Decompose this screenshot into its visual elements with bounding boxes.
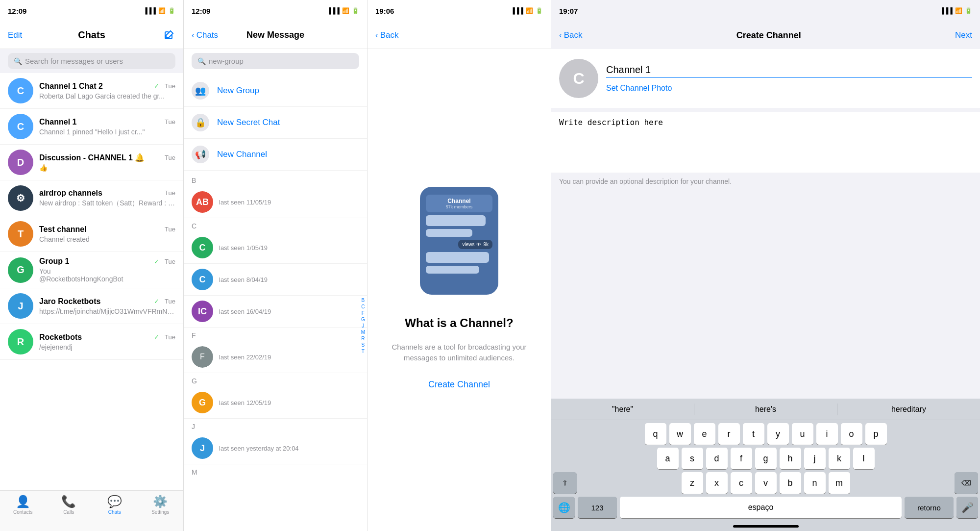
settings-label: Settings: [151, 509, 169, 515]
key-a[interactable]: a: [657, 448, 679, 469]
chat-time-c8: Tue: [165, 333, 175, 341]
shift-key[interactable]: ⇧: [553, 472, 577, 494]
chat-item-c5[interactable]: TTest channelTueChannel created: [0, 216, 183, 252]
key-d[interactable]: d: [706, 448, 728, 469]
alpha-j[interactable]: J: [361, 323, 365, 328]
contact-c1[interactable]: C last seen 1/05/19: [184, 232, 367, 264]
key-p[interactable]: p: [865, 423, 887, 445]
search-bar-chats[interactable]: 🔍 Search for messages or users: [0, 49, 183, 73]
phone-stats: views 👁 9k: [458, 240, 492, 249]
back-chevron-icon: ‹: [192, 30, 195, 40]
alpha-m[interactable]: M: [361, 329, 365, 334]
channel-name-input[interactable]: [606, 64, 972, 78]
back-button-channel[interactable]: ‹ Back: [375, 30, 398, 40]
chat-item-c3[interactable]: DDiscussion - CHANNEL 1 🔔Tue👍: [0, 145, 183, 180]
chat-item-c2[interactable]: CChannel 1TueChannel 1 pinned "Hello I j…: [0, 109, 183, 145]
suggestion-hereditary[interactable]: hereditary: [837, 405, 980, 414]
search-bar-new-message[interactable]: 🔍 new-group: [184, 49, 367, 73]
set-channel-photo-link[interactable]: Set Channel Photo: [606, 84, 972, 93]
key-z[interactable]: z: [682, 472, 703, 494]
calls-icon: 📞: [61, 495, 76, 508]
key-f[interactable]: f: [731, 448, 752, 469]
alpha-s[interactable]: S: [361, 342, 365, 347]
channel-icon: 📢: [195, 149, 206, 160]
contact-ab[interactable]: AB last seen 11/05/19: [184, 186, 367, 218]
search-input-wrap[interactable]: 🔍 Search for messages or users: [8, 53, 175, 69]
mic-key[interactable]: 🎤: [956, 497, 978, 518]
description-section: Write description here: [551, 112, 980, 173]
alpha-r[interactable]: R: [361, 335, 365, 341]
key-v[interactable]: v: [755, 472, 777, 494]
tab-settings[interactable]: ⚙️ Settings: [138, 495, 184, 515]
key-x[interactable]: x: [706, 472, 728, 494]
key-q[interactable]: q: [645, 423, 666, 445]
alpha-c[interactable]: C: [361, 303, 365, 309]
chat-content-c1: Channel 1 Chat 2✓TueRoberta Dal Lago Gar…: [39, 82, 175, 100]
key-y[interactable]: y: [767, 423, 789, 445]
search-input-wrap-2[interactable]: 🔍 new-group: [192, 53, 359, 69]
key-t[interactable]: t: [743, 423, 764, 445]
space-key[interactable]: espaço: [620, 497, 902, 518]
signal-icon-2: ▐▐▐: [327, 7, 340, 14]
key-n[interactable]: n: [804, 472, 826, 494]
globe-key[interactable]: 🌐: [553, 497, 575, 518]
key-h[interactable]: h: [780, 448, 801, 469]
tab-contacts[interactable]: 👤 Contacts: [0, 495, 46, 515]
chat-item-c8[interactable]: RRocketbots✓Tue/ejejenendj: [0, 324, 183, 360]
suggestion-heres[interactable]: here's: [694, 405, 837, 414]
new-group-item[interactable]: 👥 New Group: [184, 75, 367, 107]
battery-icon-2: 🔋: [352, 7, 359, 14]
chat-item-c1[interactable]: CChannel 1 Chat 2✓TueRoberta Dal Lago Ga…: [0, 73, 183, 109]
key-i[interactable]: i: [816, 423, 838, 445]
alpha-f[interactable]: F: [361, 310, 365, 315]
alpha-b[interactable]: B: [361, 297, 365, 303]
back-to-chats-button[interactable]: ‹ Chats: [192, 30, 218, 40]
contact-lastseen-j1: last seen yesterday at 20:04: [219, 445, 359, 452]
key-u[interactable]: u: [792, 423, 813, 445]
chat-item-c6[interactable]: GGroup 1✓TueYou@RocketbotsHongKongBot: [0, 252, 183, 288]
key-o[interactable]: o: [841, 423, 862, 445]
contact-ic[interactable]: IC last seen 16/04/19: [184, 296, 367, 328]
num-key[interactable]: 123: [578, 497, 617, 518]
key-b[interactable]: b: [780, 472, 801, 494]
description-input[interactable]: Write description here: [551, 112, 980, 171]
chat-preview-c8: /ejejenendj: [39, 343, 175, 351]
phone-bubble-3: [426, 252, 489, 263]
compose-button[interactable]: [162, 28, 175, 42]
key-j[interactable]: j: [804, 448, 826, 469]
create-channel-button[interactable]: Create Channel: [424, 376, 494, 394]
contact-f1[interactable]: F last seen 22/02/19: [184, 341, 367, 373]
key-e[interactable]: e: [694, 423, 715, 445]
key-s[interactable]: s: [682, 448, 703, 469]
edit-button[interactable]: Edit: [8, 30, 22, 40]
new-secret-chat-item[interactable]: 🔒 New Secret Chat: [184, 107, 367, 139]
key-g[interactable]: g: [755, 448, 777, 469]
next-button[interactable]: Next: [955, 30, 972, 40]
new-channel-item[interactable]: 📢 New Channel: [184, 139, 367, 171]
key-m[interactable]: m: [829, 472, 850, 494]
tab-chats[interactable]: 💬 Chats: [92, 495, 138, 515]
key-w[interactable]: w: [669, 423, 691, 445]
key-k[interactable]: k: [829, 448, 850, 469]
alpha-t[interactable]: T: [361, 348, 365, 354]
status-time-3: 19:06: [375, 7, 394, 15]
signal-icon-4: ▐▐▐: [940, 7, 953, 14]
suggestion-here[interactable]: "here": [551, 405, 694, 414]
key-l[interactable]: l: [853, 448, 875, 469]
tab-calls[interactable]: 📞 Calls: [46, 495, 92, 515]
chat-item-c7[interactable]: JJaro Rocketbots✓Tuehttps://t.me/joincha…: [0, 288, 183, 324]
contact-c2[interactable]: C last seen 8/04/19: [184, 264, 367, 296]
chat-subpreview-c6: @RocketbotsHongKongBot: [39, 275, 175, 283]
delete-key[interactable]: ⌫: [955, 472, 978, 494]
chat-item-c4[interactable]: ⚙airdrop channelsTueNew airdrop : Satt t…: [0, 180, 183, 216]
contact-j1[interactable]: J last seen yesterday at 20:04: [184, 432, 367, 464]
alpha-g[interactable]: G: [361, 316, 365, 322]
back-create-channel-button[interactable]: ‹ Back: [559, 30, 582, 40]
contact-lastseen-f1: last seen 22/02/19: [219, 354, 359, 361]
contact-g1[interactable]: G last seen 12/05/19: [184, 387, 367, 419]
alphabet-index: B C F G J M R S T: [361, 297, 365, 354]
return-key[interactable]: retorno: [905, 497, 954, 518]
avatar-ab: AB: [192, 191, 213, 213]
key-c[interactable]: c: [731, 472, 752, 494]
key-r[interactable]: r: [718, 423, 740, 445]
